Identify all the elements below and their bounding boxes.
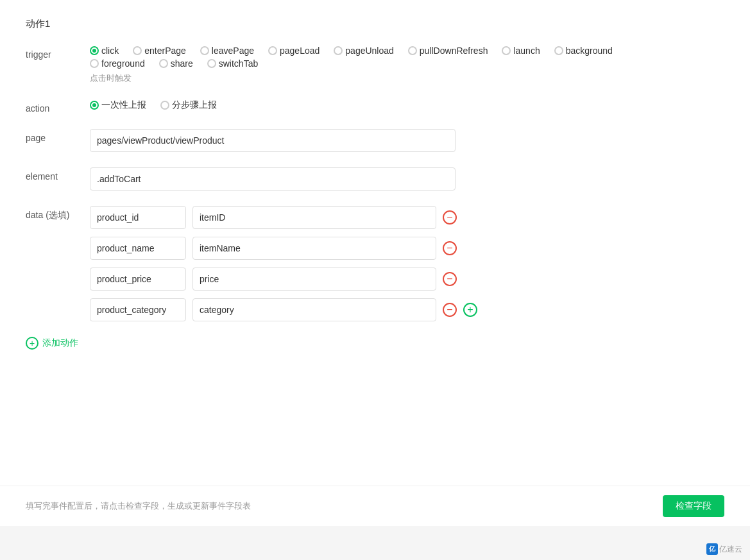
trigger-hint: 点击时触发 [90, 72, 724, 84]
trigger-leavePage[interactable]: leavePage [200, 46, 254, 56]
trigger-switchTab[interactable]: switchTab [207, 58, 258, 69]
table-row: − [90, 206, 724, 229]
add-action-button[interactable]: + 添加动作 [26, 337, 78, 350]
action-once[interactable]: 一次性上报 [90, 99, 146, 111]
check-fields-button[interactable]: 检查字段 [663, 495, 724, 517]
data-key-2[interactable] [90, 237, 186, 260]
watermark-text: 亿速云 [719, 544, 742, 555]
remove-row-2-button[interactable]: − [443, 241, 457, 255]
action-step[interactable]: 分步骤上报 [160, 99, 217, 111]
data-val-4[interactable] [192, 298, 436, 321]
page-input[interactable] [90, 129, 456, 152]
data-row: data (选填) − − [26, 206, 724, 321]
page-label: page [26, 129, 90, 143]
data-content: − − − [90, 206, 724, 321]
table-row: − [90, 267, 724, 291]
trigger-content: click enterPage leavePage pageLoad pageU… [90, 46, 724, 84]
trigger-click[interactable]: click [90, 46, 119, 56]
data-key-4[interactable] [90, 298, 186, 321]
remove-row-1-button[interactable]: − [443, 210, 457, 225]
data-val-3[interactable] [192, 267, 436, 291]
data-rows: − − − [90, 206, 724, 321]
table-row: − [90, 237, 724, 260]
remove-row-4-button[interactable]: − [443, 303, 457, 317]
table-row: − + [90, 298, 724, 321]
data-val-1[interactable] [192, 206, 436, 229]
trigger-background[interactable]: background [554, 46, 613, 56]
trigger-launch[interactable]: launch [502, 46, 540, 56]
data-val-2[interactable] [192, 237, 436, 260]
main-card: 动作1 trigger click enterPage leavePage [0, 0, 750, 526]
data-label: data (选填) [26, 206, 90, 221]
remove-row-3-button[interactable]: − [443, 272, 457, 286]
add-action-section: + 添加动作 [26, 337, 724, 350]
action-title: 动作1 [26, 13, 724, 30]
trigger-foreground[interactable]: foreground [90, 58, 145, 69]
trigger-pageUnload[interactable]: pageUnload [334, 46, 394, 56]
element-row: element [26, 167, 724, 191]
element-label: element [26, 167, 90, 182]
watermark: 亿 亿速云 [706, 543, 742, 555]
bottom-bar: 填写完事件配置后，请点击检查字段，生成或更新事件字段表 检查字段 [0, 486, 750, 526]
element-input[interactable] [90, 167, 456, 191]
trigger-label: trigger [26, 46, 90, 60]
page-row: page [26, 129, 724, 152]
data-key-1[interactable] [90, 206, 186, 229]
action-options: 一次性上报 分步骤上报 [90, 99, 724, 111]
watermark-logo: 亿 [706, 543, 718, 555]
action-label: action [26, 99, 90, 114]
action-row: action 一次性上报 分步骤上报 [26, 99, 724, 114]
trigger-row: trigger click enterPage leavePage pageLo… [26, 46, 724, 84]
add-action-circle-icon: + [26, 337, 38, 350]
element-content [90, 167, 724, 191]
page-content [90, 129, 724, 152]
data-key-3[interactable] [90, 267, 186, 291]
trigger-pageLoad[interactable]: pageLoad [268, 46, 320, 56]
trigger-share[interactable]: share [159, 58, 193, 69]
trigger-pullDownRefresh[interactable]: pullDownRefresh [408, 46, 488, 56]
add-action-label: 添加动作 [42, 337, 78, 349]
bottom-hint: 填写完事件配置后，请点击检查字段，生成或更新事件字段表 [26, 500, 251, 512]
add-row-button[interactable]: + [463, 303, 477, 317]
page-wrapper: 动作1 trigger click enterPage leavePage [0, 0, 750, 560]
trigger-options-row2: foreground share switchTab [90, 58, 724, 69]
action-content: 一次性上报 分步骤上报 [90, 99, 724, 114]
trigger-options-row1: click enterPage leavePage pageLoad pageU… [90, 46, 724, 56]
trigger-enterPage[interactable]: enterPage [133, 46, 186, 56]
